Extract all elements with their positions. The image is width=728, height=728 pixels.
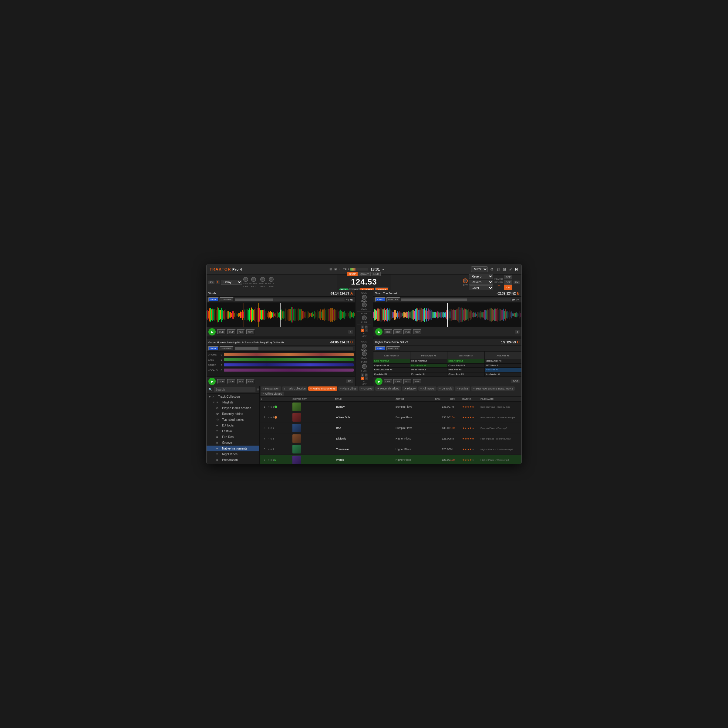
ch1-cd1[interactable]: 1 [361, 373, 364, 377]
deck-b-flx-btn[interactable]: FLX [404, 329, 411, 335]
mixer-select[interactable]: Mixer [471, 266, 488, 272]
remix-slot-3-3[interactable]: Bass Arise Kit [447, 368, 484, 372]
deck-b-cue-btn[interactable]: CUE [384, 329, 393, 335]
sidebar-item-dj-tools[interactable]: ≡ DJ Tools [206, 422, 259, 428]
filter-knob[interactable] [251, 277, 256, 282]
ch1-btn[interactable]: 1 [361, 326, 364, 329]
tab-preparation[interactable]: ≡ Preparation [261, 387, 281, 391]
gater-off-btn[interactable]: OFF [504, 280, 512, 284]
deck-b-next-icon[interactable]: ⏭ [517, 298, 520, 301]
table-row[interactable]: 6 ≡ ⊕ ℹ ▶ Words Higher Place 126.00 12m … [260, 455, 522, 464]
table-row[interactable]: 1 ≡ ⊕ ℹ Bumpy Bumpin Flava 136.00 7m ★★★… [260, 402, 522, 412]
fx-effect3-select[interactable]: Gater [469, 286, 493, 291]
deck-d-cue-btn[interactable]: CUE [384, 379, 393, 384]
deck-b-sync-btn[interactable]: SYNC [375, 297, 385, 302]
sidebar-item-played[interactable]: ⟳ Played in this session [206, 405, 259, 411]
remix-slot-2-4[interactable]: SFX Sitters R [485, 364, 522, 368]
ch2-btn2[interactable]: 2 [365, 329, 368, 332]
revrb-off-btn[interactable]: OFF [504, 275, 512, 279]
remix-slot-1-3[interactable]: Bass Alright Kit [447, 359, 484, 363]
tab-recently-added[interactable]: ⟳ Recently added [375, 387, 401, 391]
table-row[interactable]: 4 ≡ ⊕ ℹ Diafonie Higher Place 126.00 6m … [260, 433, 522, 444]
deck-a-cue-btn[interactable]: CUE [217, 329, 226, 335]
sidebar-item-recently-added[interactable]: ⟳ Recently added [206, 411, 259, 417]
remix-slot-4-3[interactable]: Chords Arise Kit [447, 373, 484, 376]
tab-dj-tools[interactable]: ≡ DJ Tools [437, 387, 454, 391]
remix-slot-3-1[interactable]: Kick&Clap Arise Kit [373, 368, 410, 372]
deck-b-master-btn[interactable]: MASTER [387, 297, 400, 302]
deck-a-cup-btn[interactable]: CUP [227, 329, 236, 335]
remix-slot-1-1[interactable]: Kicks Alright Kit [373, 359, 410, 363]
rate-knob[interactable] [269, 277, 274, 282]
deck-a-play-btn[interactable] [208, 328, 216, 335]
deck-d-master-btn[interactable]: MASTER [387, 346, 400, 351]
gain-knob-b[interactable] [362, 303, 367, 307]
sidebar-item-fuh-real[interactable]: ≡ Fuh Real [206, 434, 259, 440]
link-button[interactable]: LINK [372, 272, 381, 276]
search-input[interactable] [214, 387, 255, 392]
table-row[interactable]: 2 ≡ ⊕ ℹ A Wee Dub Bumpin Flava 135.00 10… [260, 412, 522, 423]
chat-icon[interactable]: ☊ [496, 267, 500, 272]
tab-offline-library[interactable]: ≡ Offline Library [261, 392, 284, 396]
sidebar-item-beatport[interactable]: ▶ ♦ Beatport Streaming [206, 463, 259, 464]
deck-b-rev-btn[interactable]: REV [413, 329, 421, 335]
deck-a-flx-btn[interactable]: FLX [237, 329, 245, 335]
sidebar-item-playlists[interactable]: ▼ ≡ Playlists [206, 399, 259, 405]
deck-a-waveform[interactable] [206, 303, 355, 327]
remix-slot-2-1[interactable]: Claps Alright Kit [373, 364, 410, 368]
tab-best-new[interactable]: ≡ Best New Drum & Bass: May 2 [471, 387, 515, 391]
ch2-cd1[interactable]: 2 [365, 373, 368, 377]
fltr-knob[interactable] [362, 315, 367, 320]
tab-native-instruments[interactable]: ≡ Native Instruments [308, 387, 337, 391]
deck-c-flx-btn[interactable]: FLX [237, 379, 245, 384]
deck-c-cue-btn[interactable]: CUE [217, 379, 226, 384]
sidebar-item-festival[interactable]: ≡ Festival [206, 428, 259, 434]
fx-effect-select-left[interactable]: Delay Reverb Filter [221, 280, 242, 285]
settings-icon[interactable]: ⚙ [489, 267, 494, 272]
sidebar-item-groove[interactable]: ≡ Groove [206, 440, 259, 446]
deck-c-sync-btn[interactable]: SYNC [208, 346, 219, 351]
remix-slot-3-2[interactable]: Hihats Arise Kit [410, 368, 447, 372]
deck-b-waveform[interactable] [373, 303, 522, 327]
table-row[interactable]: 3 ≡ ⊕ ℹ Bae Bumpin Flava 135.00 10m ★★★★… [260, 423, 522, 433]
deck-c-play-btn[interactable] [208, 378, 216, 385]
dw-knob-right-ctrl[interactable] [463, 278, 468, 283]
deck-a-prev-icon[interactable]: ⏮ [346, 298, 349, 301]
remix-slot-1-4[interactable]: Vocals Alright Kit [485, 359, 522, 363]
tab-history[interactable]: ⟳ History [402, 387, 418, 391]
deck-a-next-icon[interactable]: ⏭ [350, 298, 353, 301]
deck-b-play-btn[interactable] [375, 328, 382, 335]
sidebar-item-track-collection[interactable]: ▶ ♪ Track Collection [206, 394, 259, 399]
snap-button[interactable]: SNAP [347, 272, 358, 276]
remix-slot-2-3[interactable]: Chords Alright Kit [447, 364, 484, 368]
fltr-knob-cd[interactable] [362, 364, 367, 369]
sidebar-item-night-vibes[interactable]: ≡ Night Vibes [206, 451, 259, 457]
remix-slot-1-2[interactable]: Hihats Alright Kit [410, 359, 447, 363]
feedb-knob[interactable] [260, 277, 265, 282]
fullscreen-icon[interactable]: ⤢ [508, 267, 512, 272]
ch2-btn[interactable]: 2 [365, 326, 368, 329]
deck-a-master-btn[interactable]: MASTER [220, 297, 233, 302]
deck-c-cup-btn[interactable]: CUP [227, 379, 236, 384]
gater-on-btn[interactable]: ON [504, 285, 512, 290]
quant-button[interactable]: QUANT [359, 272, 371, 276]
gain-knob-a[interactable] [362, 295, 367, 300]
remix-slot-3-4[interactable]: Arps Arise Kit [485, 368, 522, 372]
deck-b-cup-btn[interactable]: CUP [393, 329, 402, 335]
fx-effect1-select[interactable]: Reverb [469, 274, 493, 279]
ch1-btn2[interactable]: 1 [361, 329, 364, 332]
tab-track-collection[interactable]: ♪ Track Collection [282, 387, 307, 391]
deck-a-sync-btn[interactable]: SYNC [208, 297, 219, 302]
deck-c-rev-btn[interactable]: REV [246, 379, 254, 384]
table-row[interactable]: 5 ≡ ⊕ ℹ Treatwave Higher Place 125.00 9d… [260, 444, 522, 455]
gain-knob-d[interactable] [362, 351, 367, 356]
deck-b-prev-icon[interactable]: ⏮ [512, 298, 515, 301]
deck-d-cup-btn[interactable]: CUP [393, 379, 402, 384]
tab-groove[interactable]: ≡ Groove [359, 387, 374, 391]
deck-d-sync-btn[interactable]: SYNC [375, 346, 385, 351]
deck-c-master-btn[interactable]: MASTER [220, 346, 233, 351]
ch1-cd2[interactable]: 1 [361, 377, 364, 380]
deck-a-rev-btn[interactable]: REV [246, 329, 254, 335]
remix-slot-2-2[interactable]: Percs Alright Kit [410, 364, 447, 368]
remix-slot-4-2[interactable]: Percs Arise Kit [410, 373, 447, 376]
